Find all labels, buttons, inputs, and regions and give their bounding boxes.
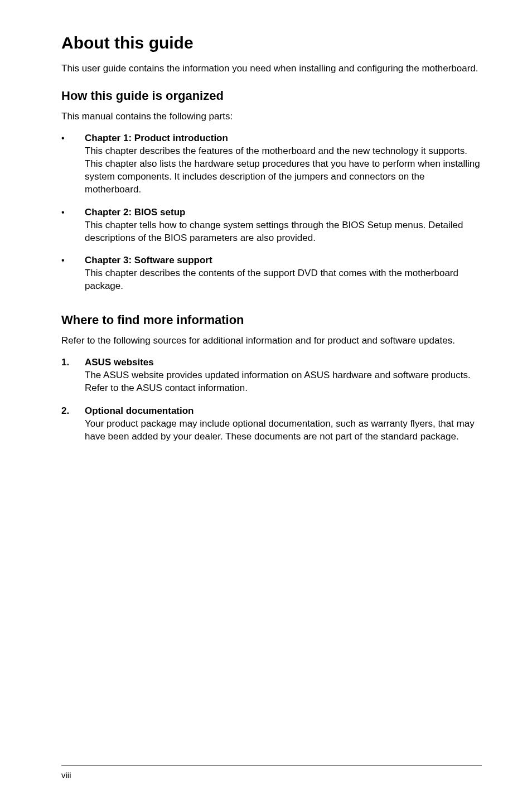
numbered-title: ASUS websites [85, 356, 482, 369]
page-footer: viii [61, 765, 482, 780]
bullet-marker: • [61, 132, 85, 196]
page-content: About this guide This user guide contain… [61, 33, 482, 765]
numbered-body: ASUS websites The ASUS website provides … [85, 356, 482, 395]
chapter-title: Chapter 3: Software support [85, 254, 482, 267]
bullet-marker: • [61, 206, 85, 245]
section2-lead: Refer to the following sources for addit… [61, 335, 482, 346]
intro-paragraph: This user guide contains the information… [61, 62, 482, 75]
numbered-text: The ASUS website provides updated inform… [85, 369, 482, 395]
section1-lead: This manual contains the following parts… [61, 111, 482, 122]
number-marker: 2. [61, 405, 85, 443]
chapter-item: • Chapter 3: Software support This chapt… [61, 254, 482, 293]
chapter-body: Chapter 1: Product introduction This cha… [85, 132, 482, 196]
numbered-item: 1. ASUS websites The ASUS website provid… [61, 356, 482, 395]
page-title: About this guide [61, 33, 482, 52]
chapter-body: Chapter 2: BIOS setup This chapter tells… [85, 206, 482, 245]
chapter-item: • Chapter 1: Product introduction This c… [61, 132, 482, 196]
chapter-title: Chapter 1: Product introduction [85, 132, 482, 145]
chapter-text: This chapter describes the features of t… [85, 145, 482, 196]
chapter-title: Chapter 2: BIOS setup [85, 206, 482, 219]
chapter-text: This chapter describes the contents of t… [85, 267, 482, 293]
numbered-body: Optional documentation Your product pack… [85, 405, 482, 443]
number-marker: 1. [61, 356, 85, 395]
chapter-text: This chapter tells how to change system … [85, 219, 482, 245]
chapter-body: Chapter 3: Software support This chapter… [85, 254, 482, 293]
section-heading-organized: How this guide is organized [61, 89, 482, 103]
bullet-marker: • [61, 254, 85, 293]
page-number: viii [61, 770, 71, 780]
numbered-item: 2. Optional documentation Your product p… [61, 405, 482, 443]
numbered-title: Optional documentation [85, 405, 482, 418]
section-heading-moreinfo: Where to find more information [61, 313, 482, 327]
chapter-item: • Chapter 2: BIOS setup This chapter tel… [61, 206, 482, 245]
numbered-text: Your product package may include optiona… [85, 418, 482, 443]
